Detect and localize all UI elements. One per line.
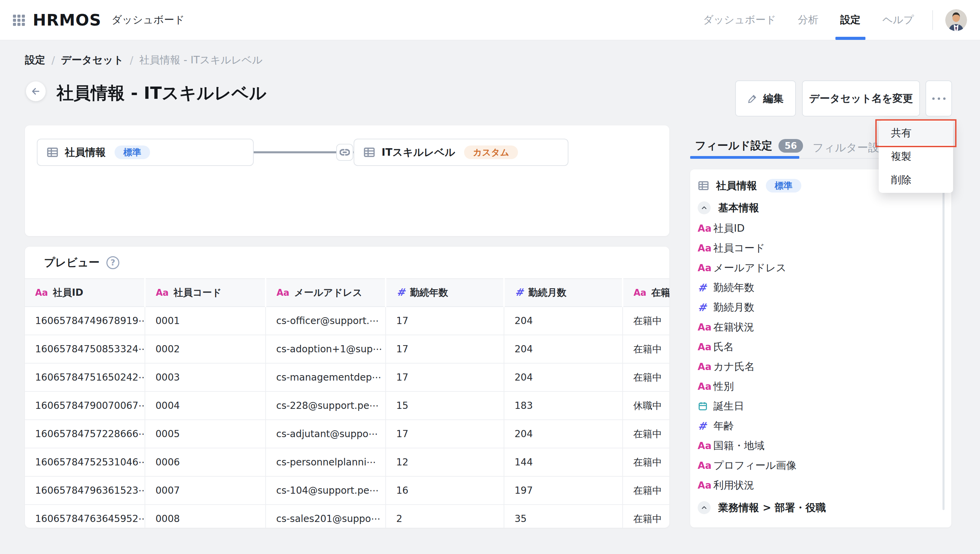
collapse-group-button[interactable] — [697, 501, 710, 514]
field-label: 在籍状況 — [713, 320, 754, 334]
table-header-row: Aa社員IDAa社員コードAaメールアドレス#勤続年数#勤続月数Aa在籍状況 — [25, 279, 669, 307]
field-list-item[interactable]: Aa性別 — [697, 376, 951, 396]
table-cell: cs-sales201@suppo⋯ — [266, 505, 386, 528]
collapse-group-button[interactable] — [697, 201, 710, 214]
standard-badge: 標準 — [115, 145, 150, 159]
pencil-icon — [747, 93, 758, 103]
table-cell: 204 — [504, 420, 622, 448]
nav-item-help[interactable]: ヘルプ — [871, 0, 925, 40]
field-list-item[interactable]: #年齢 — [697, 416, 951, 436]
dataset-node-employee[interactable]: 社員情報 標準 — [37, 138, 254, 166]
menu-item-duplicate[interactable]: 複製 — [879, 145, 953, 168]
text-type-icon: Aa — [35, 288, 48, 298]
table-cell: cs-228@support.pe⋯ — [266, 392, 386, 420]
menu-item-delete[interactable]: 削除 — [879, 168, 953, 192]
table-cell: cs-adjutant@suppo⋯ — [266, 420, 386, 448]
table-cell: 16065784749678919⋯ — [25, 307, 145, 335]
number-type-icon: # — [697, 420, 713, 432]
edit-button-label: 編集 — [763, 92, 784, 106]
preview-header: プレビュー ? — [25, 247, 669, 279]
fields-scrollbar[interactable] — [942, 191, 945, 510]
field-list-item[interactable]: #勤続月数 — [697, 298, 951, 317]
dataset-node-itskill[interactable]: ITスキルレベル カスタム — [354, 138, 568, 166]
field-list-item[interactable]: #勤続年数 — [697, 278, 951, 298]
preview-title: プレビュー — [44, 255, 100, 270]
preview-table: Aa社員IDAa社員コードAaメールアドレス#勤続年数#勤続月数Aa在籍状況 1… — [25, 279, 669, 528]
table-cell: 在籍中 — [622, 307, 669, 335]
field-list-item[interactable]: Aa利用状況 — [697, 475, 951, 495]
chevron-up-icon — [701, 204, 707, 211]
help-icon[interactable]: ? — [106, 256, 119, 269]
nav-item-settings[interactable]: 設定 — [829, 0, 871, 40]
field-list-item[interactable]: Aaメールアドレス — [697, 258, 951, 278]
table-row: 16065784790070067⋯0004cs-228@support.pe⋯… — [25, 392, 669, 420]
chevron-up-icon — [701, 504, 707, 511]
breadcrumb: 設定 / データセット / 社員情報 - ITスキルレベル — [25, 53, 263, 67]
field-label: 社員ID — [713, 221, 745, 236]
table-cell: 0003 — [145, 363, 266, 392]
more-button[interactable] — [926, 80, 952, 116]
column-header-label: 社員ID — [53, 287, 83, 298]
table-cell: 在籍中 — [622, 448, 669, 476]
field-label: 利用状況 — [713, 478, 754, 492]
text-type-icon: Aa — [697, 262, 713, 274]
table-cell: 16 — [386, 476, 504, 505]
dataset-diagram-card: 社員情報 標準 ITスキルレベル カスタム — [25, 126, 669, 236]
custom-badge: カスタム — [464, 145, 518, 159]
table-cell: 休職中 — [622, 392, 669, 420]
field-list-item[interactable]: 誕生日 — [697, 396, 951, 416]
column-header-label: メールアドレス — [294, 287, 362, 298]
node-name: ITスキルレベル — [381, 145, 455, 159]
apps-grid-icon[interactable] — [12, 13, 26, 27]
table-row: 16065784752531046⋯0006cs-personnelplanni… — [25, 448, 669, 476]
text-type-icon: Aa — [156, 288, 169, 298]
column-header-label: 在籍状況 — [651, 287, 669, 298]
tab-field-settings[interactable]: フィールド設定 56 — [695, 138, 803, 153]
text-type-icon: Aa — [697, 381, 713, 392]
hrmos-logo[interactable]: HRMOS — [33, 11, 101, 29]
nav-item-dashboard[interactable]: ダッシュボード — [692, 0, 787, 40]
arrow-left-icon — [31, 86, 41, 96]
table-cell: cs-managementdep⋯ — [266, 363, 386, 392]
table-cell: 16065784763645952⋯ — [25, 505, 145, 528]
rename-dataset-button[interactable]: データセット名を変更 — [802, 80, 920, 116]
number-type-icon: # — [697, 301, 713, 314]
edit-button[interactable]: 編集 — [735, 80, 796, 116]
table-cell: cs-officer@support.⋯ — [266, 307, 386, 335]
active-tab-underline — [690, 156, 799, 159]
table-cell: 0001 — [145, 307, 266, 335]
logo-product-label: ダッシュボード — [112, 13, 185, 27]
column-header: Aa社員ID — [25, 279, 145, 307]
user-avatar[interactable] — [945, 9, 967, 31]
table-cell: 在籍中 — [622, 420, 669, 448]
nav-item-analytics[interactable]: 分析 — [787, 0, 829, 40]
back-button[interactable] — [26, 81, 46, 101]
table-cell: 197 — [504, 476, 622, 505]
table-cell: 204 — [504, 363, 622, 392]
field-label: 社員コード — [713, 241, 765, 255]
calendar-icon — [697, 401, 708, 411]
field-list-item[interactable]: Aa社員コード — [697, 238, 951, 258]
column-header: Aaメールアドレス — [266, 279, 386, 307]
number-type-icon: # — [697, 282, 713, 294]
field-list-item[interactable]: Aa氏名 — [697, 337, 951, 357]
breadcrumb-settings[interactable]: 設定 — [25, 53, 45, 67]
tab-filter-settings[interactable]: フィルター設定 — [812, 140, 890, 155]
field-list-item[interactable]: Aa国籍・地域 — [697, 436, 951, 455]
menu-item-share[interactable]: 共有 — [879, 121, 953, 145]
table-cell: 16065784790070067⋯ — [25, 392, 145, 420]
table-cell: 0006 — [145, 448, 266, 476]
text-type-icon: Aa — [697, 223, 713, 234]
table-cell: 15 — [386, 392, 504, 420]
context-menu: 共有 複製 削除 — [879, 121, 953, 193]
field-list-item[interactable]: Aa在籍状況 — [697, 317, 951, 337]
top-navigation: ダッシュボード 分析 設定 ヘルプ — [692, 0, 980, 40]
field-label: プロフィール画像 — [713, 458, 796, 473]
preview-card: プレビュー ? Aa社員IDAa社員コードAaメールアドレス#勤続年数#勤続月数… — [25, 247, 669, 528]
field-list-item[interactable]: Aaプロフィール画像 — [697, 455, 951, 475]
field-list-item[interactable]: Aaカナ氏名 — [697, 357, 951, 376]
join-link-button[interactable] — [336, 144, 353, 161]
field-list-item[interactable]: Aa社員ID — [697, 218, 951, 238]
field-label: 誕生日 — [713, 399, 744, 413]
breadcrumb-datasets[interactable]: データセット — [61, 53, 124, 67]
